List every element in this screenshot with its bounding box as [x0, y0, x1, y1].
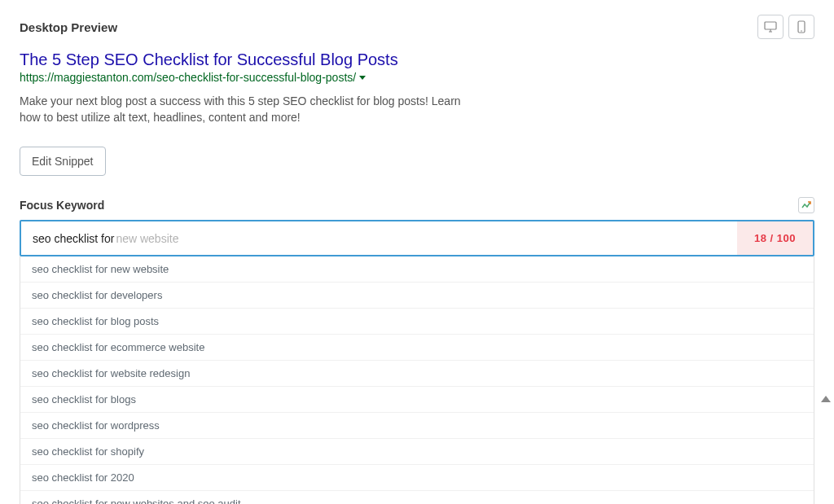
keyword-suggestions-dropdown: seo checklist for new website seo checkl…: [20, 256, 814, 504]
device-toggles: [757, 15, 814, 39]
keyword-input-area[interactable]: seo checklist for new website: [21, 221, 737, 255]
caret-down-icon: [359, 76, 366, 80]
suggestion-item[interactable]: seo checklist for blogs: [20, 387, 814, 413]
suggestion-item[interactable]: seo checklist for new websites and seo a…: [20, 491, 814, 504]
svg-rect-0: [765, 22, 776, 29]
serp-title: The 5 Step SEO Checklist for Successful …: [20, 50, 814, 69]
suggestion-item[interactable]: seo checklist for shopify: [20, 439, 814, 465]
suggestion-item[interactable]: seo checklist for blog posts: [20, 309, 814, 335]
mobile-icon: [797, 20, 805, 33]
suggestion-item[interactable]: seo checklist for ecommerce website: [20, 335, 814, 361]
desktop-icon: [764, 21, 777, 33]
suggestion-item[interactable]: seo checklist for website redesign: [20, 361, 814, 387]
trends-icon: [801, 200, 811, 210]
preview-header: Desktop Preview: [20, 15, 814, 39]
focus-keyword-label: Focus Keyword: [20, 199, 104, 212]
desktop-toggle-button[interactable]: [757, 15, 784, 39]
svg-point-2: [801, 30, 802, 32]
suggestion-item[interactable]: seo checklist for new website: [20, 256, 814, 283]
focus-keyword-input[interactable]: seo checklist for new website 18 / 100: [20, 220, 814, 256]
trends-button[interactable]: [798, 197, 814, 213]
suggestion-item[interactable]: seo checklist for wordpress: [20, 413, 814, 439]
serp-url: https://maggiestanton.com/seo-checklist-…: [20, 71, 356, 84]
keyword-ghost-text: new website: [116, 232, 178, 245]
mobile-toggle-button[interactable]: [788, 15, 814, 39]
keyword-typed-text: seo checklist for: [33, 232, 114, 245]
scroll-up-icon[interactable]: [821, 396, 831, 402]
keyword-char-count: 18 / 100: [737, 221, 813, 255]
edit-snippet-button[interactable]: Edit Snippet: [20, 147, 106, 176]
serp-description: Make your next blog post a success with …: [20, 94, 476, 125]
suggestion-item[interactable]: seo checklist for 2020: [20, 465, 814, 491]
serp-url-row[interactable]: https://maggiestanton.com/seo-checklist-…: [20, 71, 814, 84]
suggestion-item[interactable]: seo checklist for developers: [20, 283, 814, 309]
preview-title: Desktop Preview: [20, 20, 117, 34]
